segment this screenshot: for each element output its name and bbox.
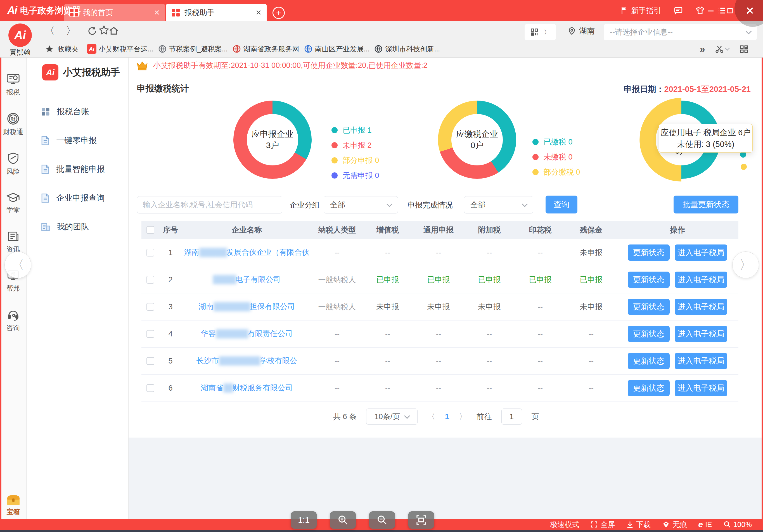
screenshot-scissors-button[interactable] [715,45,729,54]
company-select[interactable]: --请选择企业信息-- [604,24,757,40]
goto-page-input[interactable]: 1 [501,408,522,425]
download-button[interactable]: 下载 [626,520,651,529]
enter-etax-button[interactable]: 进入电子税局 [675,353,727,369]
company-name-link[interactable]: 湖南████████担保有限公司 [182,293,312,320]
bookmark-item[interactable]: Ai小艾财税平台运... [87,44,154,53]
overflow-chevrons-icon[interactable]: » [700,44,705,54]
apps-grid-button[interactable]: 〉 [525,24,556,40]
enter-etax-button[interactable]: 进入电子税局 [675,380,727,396]
select-all-checkbox[interactable] [147,226,154,234]
region-selector[interactable]: 湖南 [567,26,595,36]
page-number[interactable]: 1 [445,412,449,421]
status-filter-select[interactable]: 全部 [464,196,533,213]
group-filter-select[interactable]: 全部 [324,196,398,213]
forward-icon[interactable]: 〉 [66,24,76,38]
enter-etax-button[interactable]: 进入电子税局 [675,326,727,342]
rail-item-coin[interactable]: 财财税通 [0,112,26,136]
row-checkbox[interactable] [147,276,154,283]
bookmark-item[interactable]: 湖南省政务服务网 [232,45,299,53]
row-checkbox[interactable] [147,303,154,311]
row-checkbox[interactable] [147,384,154,392]
minimize-icon[interactable] [707,6,715,15]
enter-etax-button[interactable]: 进入电子税局 [675,245,727,261]
company-name-text: 华容███████有限责任公司 [201,328,293,339]
guide-button[interactable]: 新手指引 [620,6,661,16]
legend-item[interactable]: 已申报 1 [331,125,379,135]
page-size-select[interactable]: 10条/页 [366,408,417,425]
user-avatar[interactable]: Ai [8,24,32,47]
update-status-button[interactable]: 更新状态 [628,299,670,315]
legend-item[interactable]: 未缴税 0 [532,152,580,162]
fullscreen-button[interactable]: 全屏 [590,520,615,529]
rail-item-monitor[interactable]: 报税 [0,73,26,97]
speed-mode-button[interactable]: 极速模式 [550,520,579,529]
rail-item-news[interactable]: 资讯 [0,230,26,254]
sidebar-item-批量智能申报[interactable]: 批量智能申报 [27,155,128,183]
legend-item[interactable]: 未申报 2 [331,140,379,150]
company-name-link[interactable]: 长沙市█████████学校有限公 [182,348,312,375]
favorites-star-icon[interactable] [45,45,54,53]
actual-size-button[interactable]: 1:1 [291,511,317,529]
browser-tab[interactable]: 我的首页✕ [64,4,165,21]
fit-screen-button[interactable] [408,511,434,529]
close-icon[interactable] [745,6,755,15]
update-status-button[interactable]: 更新状态 [628,380,670,396]
layout-grid-icon[interactable] [739,44,749,54]
company-name-link[interactable]: █████电子有限公司 [182,266,312,293]
bulk-update-button[interactable]: 批量更新状态 [674,196,738,213]
zoom-out-button[interactable] [369,511,395,529]
search-input[interactable]: 输入企业名称,税号,社会信用代码 [137,196,282,213]
company-name-link[interactable]: 湖南省██财税服务有限公司 [182,375,312,402]
legend-item[interactable]: 已缴税 0 [532,137,580,147]
update-status-button[interactable]: 更新状态 [628,353,670,369]
new-tab-button[interactable]: + [272,7,285,19]
home-icon[interactable] [108,26,119,36]
prev-page-icon[interactable]: 〈 [427,411,435,422]
maximize-icon[interactable] [726,7,734,15]
row-checkbox[interactable] [147,249,154,257]
next-page-icon[interactable]: 〉 [459,411,467,422]
tab-close-icon[interactable]: ✕ [256,8,262,17]
update-status-button[interactable]: 更新状态 [628,245,670,261]
bookmark-item[interactable]: 节税案例_避税案... [158,45,228,53]
carousel-right-arrow[interactable]: 〉 [732,252,759,278]
tab-close-icon[interactable]: ✕ [154,8,160,17]
enter-etax-button[interactable]: 进入电子税局 [675,271,727,288]
sidebar-item-报税台账[interactable]: 报税台账 [27,97,128,126]
sidebar-item-我的团队[interactable]: 我的团队 [27,212,128,241]
donut-chart-paytax[interactable]: 应缴税企业0户 [438,101,516,179]
sidebar-item-一键零申报[interactable]: 一键零申报 [27,126,128,155]
ie-mode-button[interactable]: e IE [698,520,712,529]
rail-item-shield[interactable]: 风险 [0,152,26,176]
search-button[interactable]: 查询 [546,196,578,213]
treasure-box-button[interactable]: 宝箱 [0,494,27,516]
row-checkbox[interactable] [147,330,154,338]
location-pin-icon [567,27,576,36]
rail-item-headset[interactable]: 咨询 [0,308,26,333]
legend-item[interactable]: 部分申报 0 [331,156,379,165]
bookmark-item[interactable]: 南山区产业发展... [304,45,370,53]
update-status-button[interactable]: 更新状态 [628,271,670,288]
feedback-icon[interactable] [674,6,683,15]
incognito-button[interactable]: 无痕 [662,520,687,529]
update-status-button[interactable]: 更新状态 [628,326,670,342]
skin-icon[interactable] [695,6,705,15]
bookmark-item[interactable]: 深圳市科技创新... [374,45,440,53]
refresh-icon[interactable] [87,26,97,36]
company-name-link[interactable]: 华容███████有限责任公司 [182,320,312,348]
page-zoom-indicator[interactable]: 100% [723,520,752,529]
carousel-left-arrow[interactable]: 〈 [4,252,31,278]
favorites-label[interactable]: 收藏夹 [57,45,78,53]
enter-etax-button[interactable]: 进入电子税局 [675,299,727,315]
browser-tab[interactable]: 报税助手✕ [166,4,267,21]
legend-item[interactable]: 部分缴税 0 [532,167,580,177]
sidebar-item-企业申报查询[interactable]: 企业申报查询 [27,183,128,212]
company-name-link[interactable]: 湖南██████发展合伙企业（有限合伙 [182,239,312,266]
legend-item[interactable]: 无需申报 0 [331,170,379,180]
row-checkbox[interactable] [147,357,154,365]
zoom-in-button[interactable] [330,511,356,529]
rail-item-cap[interactable]: 学堂 [0,192,26,215]
donut-chart-declare[interactable]: 应申报企业3户 [233,101,312,179]
favorite-star-icon[interactable] [98,25,110,36]
back-icon[interactable]: 〈 [45,24,55,38]
